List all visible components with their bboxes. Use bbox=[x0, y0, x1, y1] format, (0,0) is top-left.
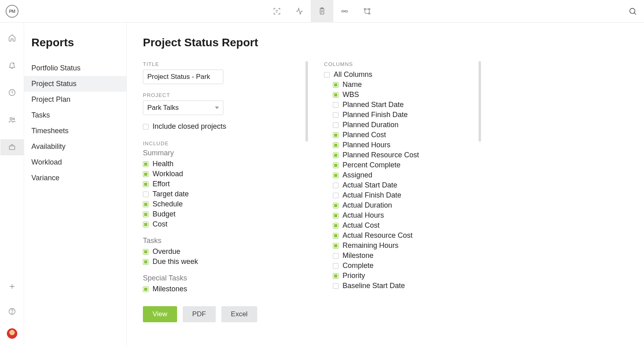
checkbox-wbs[interactable]: WBS bbox=[324, 90, 469, 100]
checkbox-label: Due this week bbox=[153, 257, 198, 266]
checkbox-label: Planned Finish Date bbox=[343, 111, 408, 119]
plus-icon[interactable] bbox=[0, 278, 24, 295]
checkbox-actual-start-date[interactable]: Actual Start Date bbox=[324, 180, 469, 190]
sidebar-item-tasks[interactable]: Tasks bbox=[24, 107, 126, 123]
checkbox-effort[interactable]: Effort bbox=[143, 179, 296, 189]
svg-rect-3 bbox=[345, 10, 347, 12]
help-icon[interactable] bbox=[0, 303, 24, 319]
checkbox-icon bbox=[333, 273, 339, 279]
link-icon[interactable] bbox=[333, 0, 356, 23]
checkbox-remaining-hours[interactable]: Remaining Hours bbox=[324, 241, 469, 251]
sidebar-item-portfolio-status[interactable]: Portfolio Status bbox=[24, 60, 126, 76]
checkbox-label: Complete bbox=[343, 262, 374, 270]
checkbox-assigned[interactable]: Assigned bbox=[324, 170, 469, 180]
sidebar-item-availability[interactable]: Availability bbox=[24, 139, 126, 154]
svg-point-6 bbox=[369, 12, 370, 14]
clipboard-icon[interactable] bbox=[311, 0, 333, 23]
checkbox-label: Planned Start Date bbox=[343, 101, 404, 109]
checkbox-complete[interactable]: Complete bbox=[324, 261, 469, 271]
excel-button[interactable]: Excel bbox=[221, 306, 258, 322]
columns-column: COLUMNS All Columns NameWBSPlanned Start… bbox=[324, 61, 469, 322]
tasks-group-head: Tasks bbox=[143, 237, 296, 245]
checkbox-icon bbox=[143, 171, 149, 177]
checkbox-name[interactable]: Name bbox=[324, 80, 469, 90]
checkbox-label: Name bbox=[343, 80, 362, 89]
checkbox-planned-resource-cost[interactable]: Planned Resource Cost bbox=[324, 150, 469, 160]
svg-point-14 bbox=[12, 313, 12, 313]
checkbox-label: Planned Duration bbox=[343, 121, 398, 129]
checkbox-label: Assigned bbox=[343, 171, 372, 179]
checkbox-icon bbox=[333, 203, 339, 208]
right-scrollbar[interactable] bbox=[479, 61, 481, 295]
title-input[interactable] bbox=[143, 70, 223, 84]
search-icon[interactable] bbox=[621, 0, 644, 23]
svg-rect-2 bbox=[342, 10, 344, 12]
checkbox-target-date[interactable]: Target date bbox=[143, 189, 296, 199]
briefcase-icon[interactable] bbox=[0, 139, 24, 155]
special-group-head: Special Tasks bbox=[143, 274, 296, 282]
people-icon[interactable] bbox=[0, 112, 24, 128]
checkbox-overdue[interactable]: Overdue bbox=[143, 247, 296, 257]
pdf-button[interactable]: PDF bbox=[183, 306, 216, 322]
pm-logo-icon: PM bbox=[6, 5, 19, 18]
sidebar-item-workload[interactable]: Workload bbox=[24, 154, 126, 170]
app-logo[interactable]: PM bbox=[0, 5, 24, 18]
checkbox-planned-hours[interactable]: Planned Hours bbox=[324, 140, 469, 150]
topbar: PM bbox=[0, 0, 644, 23]
main-panel: Project Status Report TITLE PROJECT Park… bbox=[127, 23, 644, 346]
checkbox-planned-duration[interactable]: Planned Duration bbox=[324, 120, 469, 130]
flow-icon[interactable] bbox=[356, 0, 378, 23]
checkbox-milestone[interactable]: Milestone bbox=[324, 251, 469, 261]
activity-icon[interactable] bbox=[288, 0, 311, 23]
checkbox-label: Effort bbox=[153, 180, 170, 188]
checkbox-planned-finish-date[interactable]: Planned Finish Date bbox=[324, 110, 469, 120]
checkbox-icon bbox=[333, 173, 339, 178]
home-icon[interactable] bbox=[0, 30, 24, 46]
sidebar-item-variance[interactable]: Variance bbox=[24, 170, 126, 186]
checkbox-percent-complete[interactable]: Percent Complete bbox=[324, 160, 469, 170]
left-scrollbar[interactable] bbox=[305, 61, 308, 295]
checkbox-icon bbox=[333, 112, 339, 118]
user-avatar[interactable] bbox=[7, 328, 17, 339]
checkbox-actual-resource-cost[interactable]: Actual Resource Cost bbox=[324, 231, 469, 241]
checkbox-label: Actual Start Date bbox=[343, 181, 397, 189]
svg-point-5 bbox=[369, 8, 370, 10]
sidebar-item-project-status[interactable]: Project Status bbox=[24, 76, 126, 92]
checkbox-actual-duration[interactable]: Actual Duration bbox=[324, 200, 469, 210]
checkbox-icon bbox=[333, 253, 339, 259]
checkbox-health[interactable]: Health bbox=[143, 159, 296, 169]
checkbox-milestones[interactable]: Milestones bbox=[143, 284, 296, 294]
checkbox-schedule[interactable]: Schedule bbox=[143, 199, 296, 209]
checkbox-priority[interactable]: Priority bbox=[324, 271, 469, 281]
checkbox-planned-cost[interactable]: Planned Cost bbox=[324, 130, 469, 140]
checkbox-label: Health bbox=[153, 160, 173, 168]
checkbox-planned-start-date[interactable]: Planned Start Date bbox=[324, 100, 469, 110]
checkbox-icon bbox=[333, 132, 339, 138]
checkbox-icon bbox=[333, 82, 339, 88]
clock-icon[interactable] bbox=[0, 84, 24, 101]
scan-icon[interactable] bbox=[266, 0, 288, 23]
all-columns-checkbox[interactable]: All Columns bbox=[324, 70, 469, 80]
checkbox-icon bbox=[143, 181, 149, 187]
checkbox-label: Target date bbox=[153, 190, 189, 198]
checkbox-actual-hours[interactable]: Actual Hours bbox=[324, 210, 469, 220]
checkbox-label: Workload bbox=[153, 170, 183, 178]
sidebar-item-timesheets[interactable]: Timesheets bbox=[24, 123, 126, 139]
checkbox-actual-cost[interactable]: Actual Cost bbox=[324, 220, 469, 231]
include-closed-checkbox[interactable]: Include closed projects bbox=[143, 122, 296, 132]
checkbox-icon bbox=[143, 202, 149, 207]
checkbox-label: Planned Hours bbox=[343, 141, 390, 149]
project-select[interactable]: Park Talks bbox=[143, 101, 223, 115]
view-button[interactable]: View bbox=[143, 306, 177, 322]
checkbox-cost[interactable]: Cost bbox=[143, 219, 296, 229]
checkbox-icon bbox=[333, 263, 339, 269]
checkbox-baseline-start-date[interactable]: Baseline Start Date bbox=[324, 281, 469, 291]
checkbox-actual-finish-date[interactable]: Actual Finish Date bbox=[324, 190, 469, 200]
sidebar-item-project-plan[interactable]: Project Plan bbox=[24, 92, 126, 107]
svg-point-11 bbox=[13, 118, 14, 119]
checkbox-icon bbox=[333, 152, 339, 158]
checkbox-budget[interactable]: Budget bbox=[143, 209, 296, 219]
checkbox-workload[interactable]: Workload bbox=[143, 169, 296, 179]
checkbox-due-this-week[interactable]: Due this week bbox=[143, 257, 296, 267]
bell-icon[interactable] bbox=[0, 57, 24, 73]
